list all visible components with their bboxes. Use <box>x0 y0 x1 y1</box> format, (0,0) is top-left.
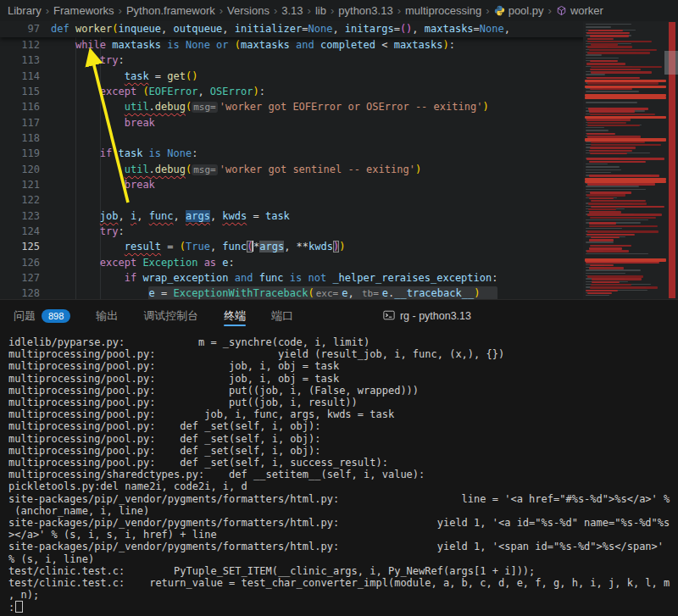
breadcrumb-label: multiprocessing <box>405 4 481 17</box>
breadcrumb-item[interactable]: python3.13 <box>338 4 392 17</box>
breadcrumb-item[interactable]: Frameworks <box>53 4 114 17</box>
maximize-panel-button[interactable] <box>623 307 642 325</box>
terminal-line: multiprocessing/pool.py: def _set(self, … <box>8 445 678 457</box>
code-line[interactable]: 112 while maxtasks is None or (maxtasks … <box>0 37 583 53</box>
breadcrumb-item[interactable]: worker <box>556 4 603 17</box>
line-number: 127 <box>0 270 40 286</box>
terminal-line: pickletools.py:del name2i, code2i, i, d <box>8 480 678 492</box>
terminal-line: multiprocessing/pool.py: yield (result_j… <box>8 348 678 360</box>
breadcrumb-separator: › <box>119 4 122 17</box>
editor-scrollbar-thumb[interactable] <box>664 51 678 75</box>
tab-problems[interactable]: 问题898 <box>14 300 70 332</box>
breadcrumb-separator: › <box>486 4 489 17</box>
code-text: try: <box>40 53 125 68</box>
pager-prompt: : <box>8 602 14 613</box>
terminal-line: multiprocessing/pool.py: put((job, i, (F… <box>8 385 678 397</box>
terminal-icon <box>383 309 395 324</box>
terminal-line: multiprocessing/pool.py: put((job, i, re… <box>8 397 678 408</box>
pager-prompt-line: : <box>8 601 678 613</box>
code-line[interactable]: 119 if task is None: <box>0 146 583 161</box>
terminal-line: multiprocessing/pool.py: job, i, obj = t… <box>8 373 678 385</box>
code-text: while maxtasks is None or (maxtasks and … <box>40 37 455 53</box>
tab-terminal[interactable]: 终端 <box>224 300 246 332</box>
terminal-line: test/clinic.test.c: PyTuple_SET_ITEM(__c… <box>8 565 678 577</box>
code-line[interactable]: 116 util.debug(msg='worker got EOFError … <box>0 99 583 114</box>
code-line[interactable]: 120 util.debug(msg='worker got sentinel … <box>0 162 583 177</box>
breadcrumb-label: python3.13 <box>338 4 392 17</box>
launch-profile-button[interactable] <box>511 307 530 325</box>
terminal-session-item[interactable]: rg - python3.13 <box>383 309 471 324</box>
line-number: 124 <box>0 224 40 239</box>
tab-ports[interactable]: 端口 <box>271 300 293 332</box>
code-editor[interactable]: 97def worker(inqueue, outqueue, initiali… <box>0 21 678 299</box>
line-number: 123 <box>0 208 40 224</box>
code-text: task = get() <box>40 69 197 84</box>
code-line[interactable]: 122 <box>0 192 583 208</box>
panel-tab-label: 调试控制台 <box>143 308 198 324</box>
code-line[interactable]: 114 task = get() <box>0 69 583 84</box>
panel-tabs: 问题898输出调试控制台终端端口 rg - python3.13 <box>0 300 678 332</box>
problems-count-badge: 898 <box>42 309 70 323</box>
line-number: 115 <box>0 84 40 99</box>
code-line[interactable]: 118 <box>0 130 583 146</box>
code-line[interactable]: 125 result = (True, func(*args, **kwds)) <box>0 239 583 254</box>
breadcrumb-separator: › <box>220 4 223 17</box>
terminal-line: site-packages/pip/_vendor/pygments/forma… <box>8 541 678 552</box>
code-text: e = ExceptionWithTraceback(exc=e, tb=e._… <box>40 286 480 299</box>
terminal-line: multiprocessing/pool.py: def _set(self, … <box>8 420 678 432</box>
terminal-line: test/clinic.test.c: return_value = test_… <box>8 577 678 589</box>
terminal-output[interactable]: idlelib/pyparse.py: m = _synchre(code, i… <box>0 332 678 616</box>
breadcrumb-item[interactable]: Library <box>8 4 42 17</box>
code-line[interactable]: 124 try: <box>0 224 583 239</box>
code-line[interactable]: 121 break <box>0 177 583 192</box>
line-number: 116 <box>0 99 40 114</box>
close-panel-button[interactable] <box>649 307 668 325</box>
code-text <box>40 192 51 208</box>
code-line[interactable]: 117 break <box>0 115 583 130</box>
code-text: util.debug(msg='worker got EOFError or O… <box>40 99 489 114</box>
breadcrumb-label: Python.framework <box>126 4 215 17</box>
code-line[interactable]: 123 job, i, func, args, kwds = task <box>0 208 583 224</box>
sticky-code-line[interactable]: 97def worker(inqueue, outqueue, initiali… <box>0 21 678 37</box>
line-number: 121 <box>0 177 40 192</box>
code-line[interactable]: 113 try: <box>0 53 583 68</box>
line-number: 126 <box>0 255 40 270</box>
line-number: 117 <box>0 115 40 130</box>
code-line[interactable]: 128 e = ExceptionWithTraceback(exc=e, tb… <box>0 286 583 299</box>
terminal-line: (anchor_name, i, line) <box>8 505 678 517</box>
code-text: try: <box>40 224 125 239</box>
terminal-line: multiprocessing/pool.py: job, i, obj = t… <box>8 360 678 372</box>
line-number: 128 <box>0 286 40 299</box>
split-terminal-button[interactable] <box>544 307 563 325</box>
breadcrumb-label: worker <box>570 4 603 17</box>
code-line[interactable]: 126 except Exception as e: <box>0 255 583 270</box>
breadcrumb-label: lib <box>315 4 326 17</box>
kill-terminal-button[interactable] <box>570 307 589 325</box>
terminal-line: site-packages/pip/_vendor/pygments/forma… <box>8 493 678 505</box>
line-number: 112 <box>0 37 40 53</box>
line-number: 120 <box>0 162 40 177</box>
code-text: break <box>40 177 155 192</box>
tab-debug-console[interactable]: 调试控制台 <box>143 300 198 332</box>
panel-tab-label: 端口 <box>271 308 293 324</box>
more-actions-button[interactable] <box>597 307 615 325</box>
breadcrumb-item[interactable]: 3.13 <box>281 4 303 17</box>
breadcrumb-item[interactable]: lib <box>315 4 326 17</box>
line-number: 125 <box>0 239 40 254</box>
breadcrumb-item[interactable]: pool.py <box>494 4 544 17</box>
sticky-scroll-line[interactable]: 97def worker(inqueue, outqueue, initiali… <box>0 21 678 37</box>
code-line[interactable]: 115 except (EOFError, OSError): <box>0 84 583 99</box>
terminal-line: multiprocessing/sharedctypes.py: def __s… <box>8 469 678 480</box>
breadcrumb-separator: › <box>274 4 277 17</box>
tab-output[interactable]: 输出 <box>96 300 118 332</box>
code-text: if task is None: <box>40 146 197 161</box>
breadcrumb-separator: › <box>308 4 311 17</box>
code-line[interactable]: 127 if wrap_exception and func is not _h… <box>0 270 583 286</box>
new-terminal-button[interactable] <box>485 307 503 325</box>
minimap[interactable] <box>583 21 678 299</box>
breadcrumb-item[interactable]: Python.framework <box>126 4 215 17</box>
breadcrumb-item[interactable]: multiprocessing <box>405 4 481 17</box>
breadcrumb-item[interactable]: Versions <box>227 4 270 17</box>
terminal-line: multiprocessing/pool.py: def _set(self, … <box>8 433 678 445</box>
code-text: except (EOFError, OSError): <box>40 84 265 99</box>
